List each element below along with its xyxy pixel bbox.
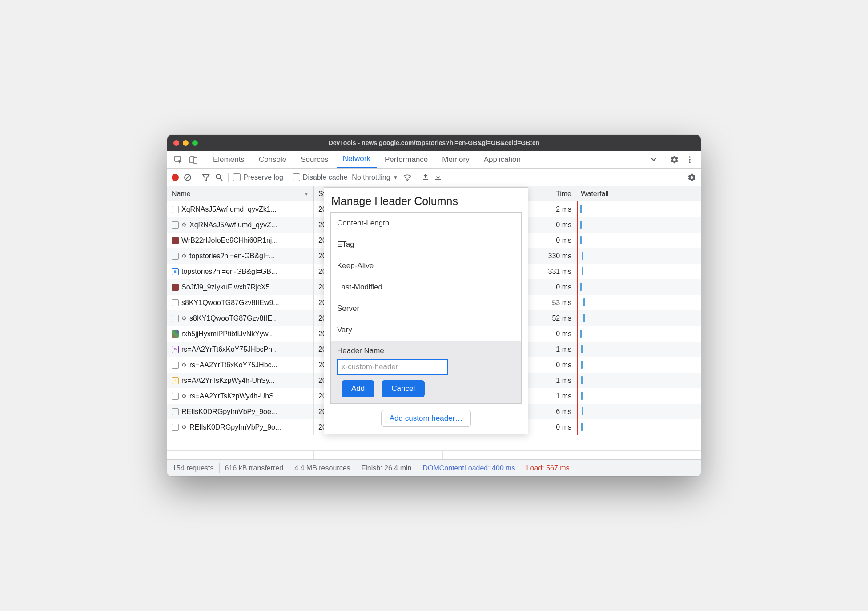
waterfall-bar <box>580 205 582 213</box>
chevron-down-icon: ▼ <box>393 174 398 181</box>
header-item[interactable]: Last-Modified <box>331 277 521 298</box>
svg-point-8 <box>216 174 221 179</box>
gear-icon: ⚙ <box>181 393 187 399</box>
waterfall-bar <box>583 298 585 306</box>
header-item[interactable]: Server <box>331 298 521 319</box>
header-name-label: Header Name <box>337 346 515 355</box>
disable-cache-checkbox[interactable]: Disable cache <box>293 173 348 181</box>
status-load: Load: 567 ms <box>526 464 570 472</box>
network-settings-icon[interactable] <box>687 173 696 182</box>
network-conditions-icon[interactable] <box>402 173 412 182</box>
gear-icon: ⚙ <box>181 424 187 430</box>
status-resources: 4.4 MB resources <box>294 464 350 472</box>
devtools-window: DevTools - news.google.com/topstories?hl… <box>167 135 701 476</box>
settings-icon[interactable] <box>667 152 682 167</box>
tab-application[interactable]: Application <box>478 151 527 168</box>
request-name: XqRNAsJ5AwfIumd_qyvZ... <box>189 221 277 229</box>
status-transferred: 616 kB transferred <box>225 464 284 472</box>
kebab-menu-icon[interactable] <box>682 152 697 167</box>
throttling-select[interactable]: No throttling ▼ <box>352 173 398 181</box>
column-header-time[interactable]: Time <box>536 186 576 201</box>
request-name: SoJfJ9_9zIykuFIwxb7RjcX5... <box>181 283 276 291</box>
svg-point-4 <box>689 159 691 161</box>
tab-network[interactable]: Network <box>337 151 377 168</box>
manage-header-columns-dialog: Manage Header Columns Content-Length ETa… <box>324 187 528 434</box>
header-item[interactable]: Keep-Alive <box>331 255 521 277</box>
maximize-window-button[interactable] <box>192 140 198 146</box>
waterfall-bar <box>580 330 582 338</box>
waterfall-bar <box>582 407 583 415</box>
file-type-icon <box>172 330 179 338</box>
tab-elements[interactable]: Elements <box>207 151 251 168</box>
status-bar: 154 requests 616 kB transferred 4.4 MB r… <box>167 459 701 476</box>
preserve-log-checkbox[interactable]: Preserve log <box>233 173 283 181</box>
tab-memory[interactable]: Memory <box>436 151 475 168</box>
file-type-icon: ◦ <box>172 377 179 384</box>
request-name: s8KY1QwooTG87Gzv8fIE... <box>189 314 278 322</box>
file-type-icon <box>172 362 179 369</box>
import-har-icon[interactable] <box>422 173 430 181</box>
search-icon[interactable] <box>215 173 224 182</box>
svg-line-7 <box>185 175 190 180</box>
sort-caret-icon: ▼ <box>304 191 309 197</box>
gear-icon: ⚙ <box>181 221 187 228</box>
inspect-element-icon[interactable] <box>171 152 186 167</box>
minimize-window-button[interactable] <box>183 140 189 146</box>
svg-rect-2 <box>193 158 197 163</box>
waterfall-cell <box>576 388 701 404</box>
waterfall-cell <box>576 373 701 388</box>
time-cell: 1 ms <box>536 388 576 404</box>
device-toolbar-icon[interactable] <box>186 152 201 167</box>
window-title: DevTools - news.google.com/topstories?hl… <box>167 139 701 146</box>
time-cell: 1 ms <box>536 342 576 357</box>
column-header-name[interactable]: Name ▼ <box>167 186 314 201</box>
waterfall-cell <box>576 310 701 326</box>
tab-console[interactable]: Console <box>253 151 293 168</box>
record-button[interactable] <box>172 174 179 181</box>
cancel-button[interactable]: Cancel <box>382 380 425 397</box>
waterfall-bar <box>582 252 583 260</box>
tab-sources[interactable]: Sources <box>294 151 334 168</box>
tab-performance[interactable]: Performance <box>378 151 434 168</box>
waterfall-bar <box>580 221 582 229</box>
table-filler <box>167 450 701 459</box>
add-custom-header-button[interactable]: Add custom header… <box>381 410 471 427</box>
waterfall-bar <box>580 283 582 291</box>
column-header-waterfall[interactable]: Waterfall <box>576 186 701 201</box>
waterfall-bar <box>581 392 583 400</box>
clear-button[interactable] <box>183 173 192 182</box>
time-cell: 0 ms <box>536 233 576 248</box>
header-name-input[interactable] <box>337 359 448 375</box>
time-cell: 331 ms <box>536 264 576 279</box>
waterfall-cell <box>576 217 701 233</box>
header-item[interactable]: Vary <box>331 319 521 341</box>
waterfall-cell <box>576 404 701 419</box>
waterfall-bar <box>580 236 582 244</box>
request-name: rs=AA2YrTt6xKoY75JHbcPn... <box>181 346 278 354</box>
gear-icon: ⚙ <box>181 362 187 368</box>
time-cell: 53 ms <box>536 295 576 310</box>
panel-tabs-bar: Elements Console Sources Network Perform… <box>167 151 701 169</box>
add-button[interactable]: Add <box>342 380 374 397</box>
waterfall-bar <box>582 267 583 275</box>
request-name: rs=AA2YrTsKzpWy4h-UhSy... <box>181 377 275 385</box>
waterfall-bar <box>581 361 583 369</box>
header-item[interactable]: Content-Length <box>331 213 521 234</box>
time-cell: 1 ms <box>536 373 576 388</box>
svg-rect-11 <box>423 179 428 180</box>
file-type-icon: ✎ <box>172 346 179 353</box>
more-tabs-icon[interactable]: » <box>646 152 661 167</box>
svg-point-10 <box>407 180 408 181</box>
time-cell: 0 ms <box>536 357 576 373</box>
request-name: topstories?hl=en-GB&gl=... <box>189 252 275 260</box>
svg-line-9 <box>220 178 222 181</box>
time-cell: 0 ms <box>536 279 576 295</box>
waterfall-cell <box>576 357 701 373</box>
close-window-button[interactable] <box>173 140 179 146</box>
export-har-icon[interactable] <box>434 173 442 181</box>
filter-icon[interactable] <box>201 173 210 182</box>
file-type-icon <box>172 237 179 244</box>
file-type-icon <box>172 315 179 322</box>
request-name: rxh5jjHyxmiPPtibfIJvNkYyw... <box>181 330 274 338</box>
header-item[interactable]: ETag <box>331 234 521 255</box>
